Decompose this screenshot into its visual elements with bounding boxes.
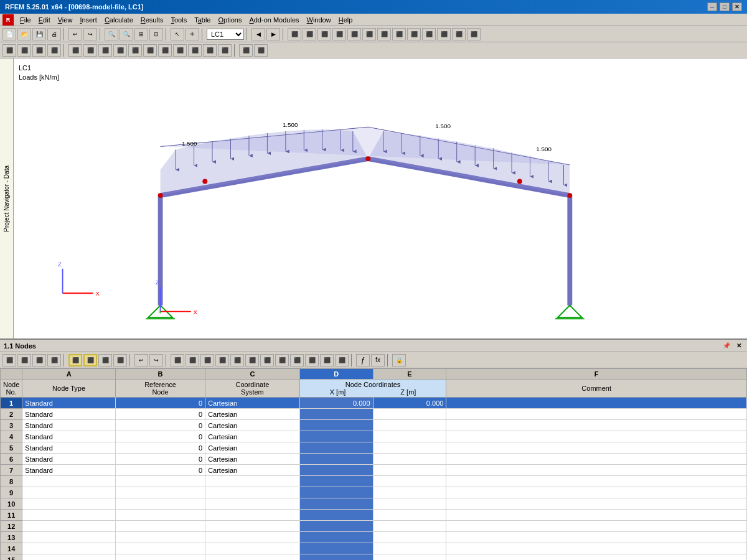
table-row[interactable]: 9 bbox=[1, 487, 747, 498]
table-row[interactable]: 3Standard0Cartesian bbox=[1, 420, 747, 431]
cell-ref[interactable] bbox=[115, 476, 205, 487]
cell-type[interactable]: Standard bbox=[22, 431, 116, 442]
cell-rownum[interactable]: 8 bbox=[1, 476, 22, 487]
menu-insert[interactable]: Insert bbox=[76, 16, 101, 24]
tb2-b1[interactable]: ⬛ bbox=[2, 44, 16, 57]
bt-b4[interactable]: ⬛ bbox=[47, 354, 61, 366]
tb-print[interactable]: 🖨 bbox=[47, 28, 61, 40]
cell-comment[interactable] bbox=[446, 476, 747, 487]
cell-coord[interactable]: Cartesian bbox=[205, 420, 300, 431]
cell-comment[interactable] bbox=[446, 409, 747, 420]
cell-comment[interactable] bbox=[446, 498, 747, 510]
bt-lock[interactable]: 🔒 bbox=[392, 354, 406, 366]
cell-type[interactable] bbox=[22, 510, 116, 521]
bt-b14[interactable]: ⬛ bbox=[245, 354, 259, 366]
tb2-b5[interactable]: ⬛ bbox=[68, 44, 82, 57]
table-row[interactable]: 1Standard0Cartesian0.0000.000 bbox=[1, 398, 747, 409]
minimize-button[interactable]: ─ bbox=[707, 2, 717, 11]
cell-comment[interactable] bbox=[446, 442, 747, 454]
cell-z[interactable] bbox=[373, 454, 446, 465]
tb-b6[interactable]: ⬛ bbox=[362, 28, 376, 40]
cell-x[interactable] bbox=[299, 521, 373, 532]
cell-coord[interactable]: Cartesian bbox=[205, 398, 300, 409]
maximize-button[interactable]: □ bbox=[720, 2, 730, 11]
cell-type[interactable]: Standard bbox=[22, 442, 116, 454]
cell-x[interactable] bbox=[299, 554, 373, 561]
tb2-b17[interactable]: ⬛ bbox=[254, 44, 268, 57]
menu-calculate[interactable]: Calculate bbox=[101, 16, 137, 24]
cell-type[interactable] bbox=[22, 476, 116, 487]
cell-ref[interactable] bbox=[115, 554, 205, 561]
tb2-b6[interactable]: ⬛ bbox=[83, 44, 97, 57]
tb2-b3[interactable]: ⬛ bbox=[32, 44, 46, 57]
tb2-b10[interactable]: ⬛ bbox=[143, 44, 157, 57]
menu-window[interactable]: Window bbox=[303, 16, 335, 24]
cell-rownum[interactable]: 14 bbox=[1, 543, 22, 554]
cell-rownum[interactable]: 2 bbox=[1, 409, 22, 420]
tb-b4[interactable]: ⬛ bbox=[332, 28, 346, 40]
tb-b7[interactable]: ⬛ bbox=[377, 28, 391, 40]
menu-options[interactable]: Options bbox=[214, 16, 245, 24]
cell-z[interactable] bbox=[373, 521, 446, 532]
tb-b2[interactable]: ⬛ bbox=[303, 28, 316, 40]
cell-comment[interactable] bbox=[446, 487, 747, 498]
bt-b2[interactable]: ⬛ bbox=[17, 354, 31, 366]
table-row[interactable]: 13 bbox=[1, 532, 747, 543]
table-row[interactable]: 15 bbox=[1, 554, 747, 561]
col-header-b[interactable]: B bbox=[115, 369, 205, 380]
col-header-f[interactable]: F bbox=[446, 369, 747, 380]
cell-coord[interactable] bbox=[205, 476, 300, 487]
tb-b12[interactable]: ⬛ bbox=[452, 28, 466, 40]
cell-coord[interactable]: Cartesian bbox=[205, 454, 300, 465]
cell-z[interactable] bbox=[373, 465, 446, 476]
cell-type[interactable]: Standard bbox=[22, 420, 116, 431]
bt-fx[interactable]: fx bbox=[371, 354, 385, 366]
table-row[interactable]: 2Standard0Cartesian bbox=[1, 409, 747, 420]
cell-coord[interactable] bbox=[205, 554, 300, 561]
cell-type[interactable] bbox=[22, 543, 116, 554]
bt-b11[interactable]: ⬛ bbox=[200, 354, 214, 366]
bt-b13[interactable]: ⬛ bbox=[230, 354, 244, 366]
tb2-b4[interactable]: ⬛ bbox=[47, 44, 61, 57]
cell-z[interactable] bbox=[373, 532, 446, 543]
cell-ref[interactable] bbox=[115, 532, 205, 543]
cell-x[interactable] bbox=[299, 465, 373, 476]
cell-z[interactable]: 0.000 bbox=[373, 398, 446, 409]
cell-ref[interactable]: 0 bbox=[115, 465, 205, 476]
cell-comment[interactable] bbox=[446, 554, 747, 561]
menu-tools[interactable]: Tools bbox=[167, 16, 190, 24]
tb2-b14[interactable]: ⬛ bbox=[203, 44, 217, 57]
close-button[interactable]: ✕ bbox=[732, 2, 742, 11]
tb-save[interactable]: 💾 bbox=[32, 28, 46, 40]
tb-zoom-all[interactable]: ⊞ bbox=[134, 28, 148, 40]
table-row[interactable]: 5Standard0Cartesian bbox=[1, 442, 747, 454]
cell-comment[interactable] bbox=[446, 521, 747, 532]
table-row[interactable]: 11 bbox=[1, 510, 747, 521]
tb-b1[interactable]: ⬛ bbox=[288, 28, 301, 40]
cell-x[interactable] bbox=[299, 420, 373, 431]
tb-b8[interactable]: ⬛ bbox=[392, 28, 406, 40]
bt-b12[interactable]: ⬛ bbox=[215, 354, 229, 366]
cell-coord[interactable] bbox=[205, 510, 300, 521]
bt-b8[interactable]: ⬛ bbox=[113, 354, 127, 366]
bt-formula[interactable]: ƒ bbox=[356, 354, 370, 366]
cell-comment[interactable] bbox=[446, 454, 747, 465]
cell-x[interactable] bbox=[299, 487, 373, 498]
bt-b16[interactable]: ⬛ bbox=[275, 354, 289, 366]
cell-ref[interactable]: 0 bbox=[115, 409, 205, 420]
bt-b18[interactable]: ⬛ bbox=[305, 354, 319, 366]
cell-coord[interactable] bbox=[205, 487, 300, 498]
tb-zoom-fit[interactable]: ⊡ bbox=[149, 28, 163, 40]
bt-b19[interactable]: ⬛ bbox=[320, 354, 334, 366]
cell-type[interactable]: Standard bbox=[22, 454, 116, 465]
cell-ref[interactable]: 0 bbox=[115, 420, 205, 431]
tb-b9[interactable]: ⬛ bbox=[407, 28, 421, 40]
table-row[interactable]: 4Standard0Cartesian bbox=[1, 431, 747, 442]
bt-b6[interactable]: ⬛ bbox=[83, 354, 97, 366]
cell-rownum[interactable]: 1 bbox=[1, 398, 22, 409]
tb-b5[interactable]: ⬛ bbox=[347, 28, 361, 40]
tb-zoom-out[interactable]: 🔍 bbox=[120, 28, 133, 40]
tb-open[interactable]: 📂 bbox=[17, 28, 31, 40]
tb2-b16[interactable]: ⬛ bbox=[239, 44, 253, 57]
cell-type[interactable]: Standard bbox=[22, 398, 116, 409]
